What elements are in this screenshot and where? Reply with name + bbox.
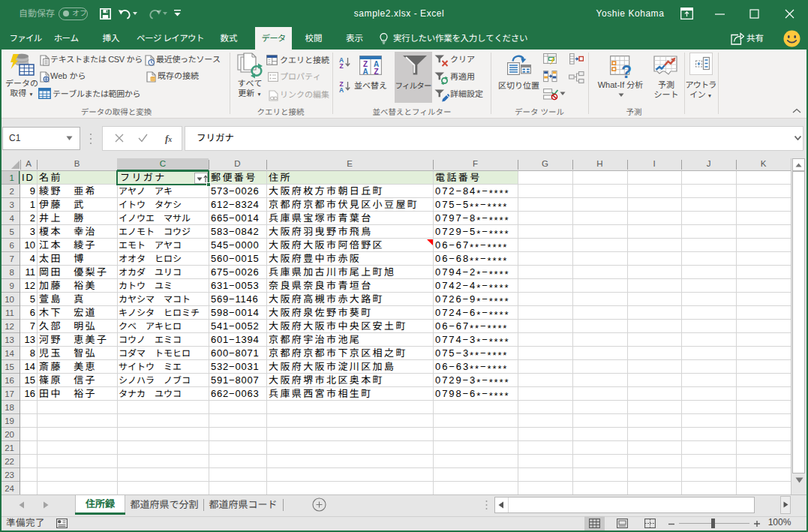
svg-text:?: ?	[621, 62, 632, 80]
svg-text:Z: Z	[339, 62, 343, 69]
svg-text:A: A	[339, 86, 344, 93]
svg-text:Z: Z	[374, 68, 378, 76]
svg-text:A: A	[362, 68, 368, 76]
